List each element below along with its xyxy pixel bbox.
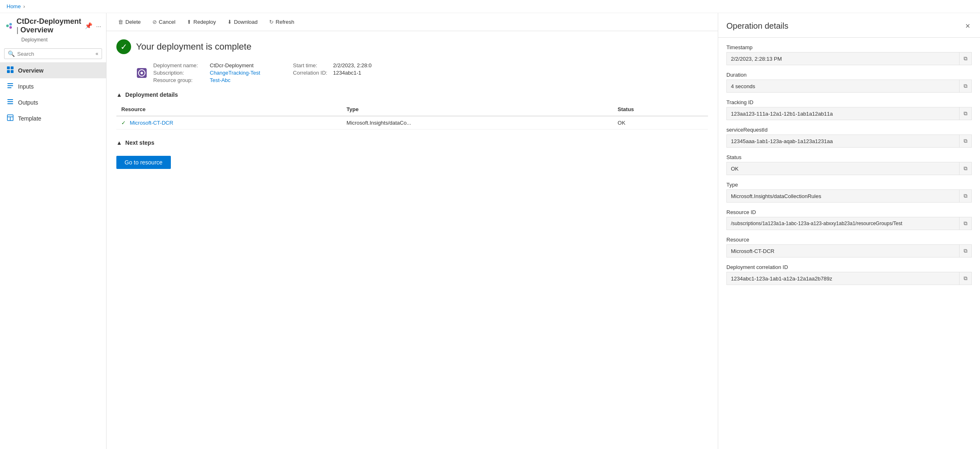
cell-type: Microsoft.Insights/dataCo...: [342, 116, 613, 130]
pin-icon[interactable]: 📌: [85, 22, 93, 30]
copy-deployment-correlation-id-button[interactable]: ⧉: [959, 272, 971, 285]
field-duration: Duration 4 seconds ⧉: [726, 72, 972, 93]
start-time-value: 2/2/2023, 2:28:0: [333, 62, 372, 68]
azure-deployment-icon: [5, 19, 13, 32]
copy-resource-button[interactable]: ⧉: [959, 245, 971, 257]
delete-button[interactable]: 🗑 Delete: [113, 16, 146, 27]
sidebar-item-label-overview: Overview: [18, 67, 43, 74]
redeploy-icon: ⬆: [187, 19, 191, 25]
svg-rect-11: [7, 101, 13, 102]
deployment-name-label: Deployment name:: [153, 62, 206, 68]
cell-status: OK: [613, 116, 708, 130]
svg-rect-10: [7, 99, 13, 100]
breadcrumb-sep: ›: [23, 3, 25, 9]
search-box: 🔍 «: [4, 48, 102, 59]
svg-rect-6: [11, 70, 14, 73]
deployment-meta-icon: [136, 67, 147, 79]
sidebar-item-inputs[interactable]: Inputs: [0, 78, 106, 94]
resource-value: Microsoft-CT-DCR: [727, 245, 959, 257]
correlation-label: Correlation ID:: [293, 70, 330, 76]
copy-service-request-id-button[interactable]: ⧉: [959, 135, 971, 147]
breadcrumb: Home ›: [0, 0, 980, 13]
close-panel-button[interactable]: ×: [964, 20, 972, 32]
copy-duration-button[interactable]: ⧉: [959, 80, 971, 92]
copy-type-button[interactable]: ⧉: [959, 190, 971, 202]
deployment-correlation-id-value: 1234abc1-123a-1ab1-a12a-12a1aa2b789z: [727, 273, 959, 285]
resource-group-label: Resource group:: [153, 77, 206, 83]
details-section-label: Deployment details: [125, 91, 178, 98]
resource-id-value: /subscriptions/1a123a1a-1abc-123a-a123-a…: [727, 218, 959, 229]
redeploy-button[interactable]: ⬆ Redeploy: [182, 16, 221, 27]
field-deployment-correlation-id: Deployment correlation ID 1234abc1-123a-…: [726, 264, 972, 285]
sidebar-item-template[interactable]: Template: [0, 110, 106, 126]
more-icon[interactable]: ···: [96, 23, 101, 30]
op-panel-body: Timestamp 2/2/2023, 2:28:13 PM ⧉ Duratio…: [718, 38, 980, 292]
next-steps-section: ▲ Next steps Go to resource: [116, 139, 708, 169]
deployment-correlation-id-label: Deployment correlation ID: [726, 264, 972, 270]
svg-rect-7: [7, 83, 13, 84]
svg-rect-5: [7, 70, 10, 73]
resource-id-label: Resource ID: [726, 209, 972, 215]
timestamp-label: Timestamp: [726, 44, 972, 50]
svg-rect-4: [11, 66, 14, 69]
search-input[interactable]: [17, 51, 95, 57]
cancel-button[interactable]: ⊘ Cancel: [147, 16, 180, 27]
tracking-id-label: Tracking ID: [726, 99, 972, 105]
op-panel-header: Operation details ×: [718, 13, 980, 38]
col-status: Status: [613, 103, 708, 116]
cancel-icon: ⊘: [152, 19, 157, 25]
svg-rect-9: [7, 87, 11, 88]
copy-tracking-id-button[interactable]: ⧉: [959, 107, 971, 120]
sidebar-item-label-template: Template: [18, 115, 41, 122]
timestamp-value: 2/2/2023, 2:28:13 PM: [727, 53, 959, 65]
deployment-table: Resource Type Status ✓ Microsoft-CT-DCR …: [116, 103, 708, 130]
sidebar-item-label-outputs: Outputs: [18, 99, 38, 106]
deployment-meta: Deployment name: CtDcr-Deployment Subscr…: [136, 62, 708, 83]
copy-timestamp-button[interactable]: ⧉: [959, 52, 971, 65]
cell-resource: ✓ Microsoft-CT-DCR: [116, 116, 342, 130]
search-icon: 🔍: [8, 50, 15, 57]
resource-link[interactable]: Microsoft-CT-DCR: [130, 120, 173, 126]
home-link[interactable]: Home: [7, 3, 21, 9]
download-button[interactable]: ⬇ Download: [222, 16, 263, 27]
refresh-icon: ↻: [269, 19, 274, 25]
overview-icon: [7, 66, 14, 75]
type-value: Microsoft.Insights/dataCollectionRules: [727, 190, 959, 202]
field-tracking-id: Tracking ID 123aa123-111a-12a1-12b1-1ab1…: [726, 99, 972, 120]
row-status-icon: ✓: [121, 120, 126, 126]
field-resource: Resource Microsoft-CT-DCR ⧉: [726, 237, 972, 258]
resource-group-value[interactable]: Test-Abc: [210, 77, 231, 83]
deployment-details-section[interactable]: ▲ Deployment details: [116, 91, 708, 98]
service-request-id-label: serviceRequestId: [726, 127, 972, 133]
sidebar: CtDcr-Deployment | Overview 📌 ··· Deploy…: [0, 13, 107, 449]
next-steps-header[interactable]: ▲ Next steps: [116, 139, 708, 146]
sidebar-item-overview[interactable]: Overview: [0, 62, 106, 78]
duration-value: 4 seconds: [727, 80, 959, 92]
service-request-id-value: 12345aaa-1ab1-123a-aqab-1a123a1231aa: [727, 135, 959, 147]
duration-label: Duration: [726, 72, 972, 78]
start-time-label: Start time:: [293, 62, 330, 68]
field-resource-id: Resource ID /subscriptions/1a123a1a-1abc…: [726, 209, 972, 230]
col-type: Type: [342, 103, 613, 116]
field-timestamp: Timestamp 2/2/2023, 2:28:13 PM ⧉: [726, 44, 972, 65]
resource-label: Resource: [726, 237, 972, 243]
table-body: ✓ Microsoft-CT-DCR Microsoft.Insights/da…: [116, 116, 708, 130]
sidebar-item-label-inputs: Inputs: [18, 83, 34, 90]
toolbar: 🗑 Delete ⊘ Cancel ⬆ Redeploy ⬇ Download …: [107, 13, 718, 31]
inputs-icon: [7, 82, 14, 91]
download-icon: ⬇: [227, 19, 232, 25]
subscription-value[interactable]: ChangeTracking-Test: [210, 70, 260, 76]
refresh-button[interactable]: ↻ Refresh: [264, 16, 299, 27]
success-icon: ✓: [116, 39, 131, 54]
collapse-icon[interactable]: «: [95, 51, 98, 57]
svg-rect-3: [7, 66, 10, 69]
table-row[interactable]: ✓ Microsoft-CT-DCR Microsoft.Insights/da…: [116, 116, 708, 130]
status-label: Status: [726, 154, 972, 160]
go-to-resource-button[interactable]: Go to resource: [116, 156, 171, 169]
svg-rect-8: [7, 85, 13, 86]
deployment-title: Your deployment is complete: [136, 41, 252, 52]
sidebar-item-outputs[interactable]: Outputs: [0, 94, 106, 110]
copy-resource-id-button[interactable]: ⧉: [959, 217, 971, 230]
subscription-label: Subscription:: [153, 70, 206, 76]
copy-status-button[interactable]: ⧉: [959, 162, 971, 175]
